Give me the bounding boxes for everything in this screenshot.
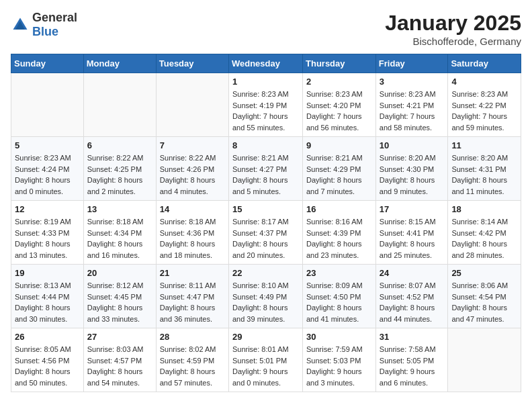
day-number: 12 bbox=[15, 204, 80, 214]
day-number: 28 bbox=[160, 332, 225, 342]
day-info: Sunrise: 8:23 AM Sunset: 4:24 PM Dayligh… bbox=[15, 152, 80, 197]
day-info: Sunrise: 7:59 AM Sunset: 5:03 PM Dayligh… bbox=[306, 344, 372, 388]
day-number: 3 bbox=[380, 77, 445, 87]
calendar-cell: 24Sunrise: 8:07 AM Sunset: 4:52 PM Dayli… bbox=[375, 265, 448, 328]
day-number: 27 bbox=[87, 332, 152, 342]
weekday-header-tuesday: Tuesday bbox=[156, 54, 228, 73]
day-info: Sunrise: 8:09 AM Sunset: 4:50 PM Dayligh… bbox=[306, 280, 372, 324]
day-info: Sunrise: 8:16 AM Sunset: 4:39 PM Dayligh… bbox=[306, 216, 372, 261]
day-number: 20 bbox=[87, 268, 152, 278]
calendar-cell: 6Sunrise: 8:22 AM Sunset: 4:25 PM Daylig… bbox=[83, 137, 156, 201]
calendar-cell: 7Sunrise: 8:22 AM Sunset: 4:26 PM Daylig… bbox=[156, 137, 228, 201]
calendar-week-row: 26Sunrise: 8:05 AM Sunset: 4:56 PM Dayli… bbox=[11, 328, 521, 392]
day-info: Sunrise: 8:22 AM Sunset: 4:26 PM Dayligh… bbox=[160, 152, 225, 197]
day-number: 16 bbox=[306, 204, 372, 214]
day-info: Sunrise: 8:03 AM Sunset: 4:57 PM Dayligh… bbox=[87, 344, 152, 388]
calendar-cell: 8Sunrise: 8:21 AM Sunset: 4:27 PM Daylig… bbox=[228, 137, 302, 201]
day-info: Sunrise: 8:07 AM Sunset: 4:52 PM Dayligh… bbox=[380, 280, 445, 324]
weekday-header-wednesday: Wednesday bbox=[228, 54, 302, 73]
calendar-cell: 31Sunrise: 7:58 AM Sunset: 5:05 PM Dayli… bbox=[375, 328, 448, 392]
day-info: Sunrise: 8:15 AM Sunset: 4:41 PM Dayligh… bbox=[380, 216, 445, 261]
day-info: Sunrise: 8:20 AM Sunset: 4:30 PM Dayligh… bbox=[380, 152, 445, 197]
calendar-cell: 1Sunrise: 8:23 AM Sunset: 4:19 PM Daylig… bbox=[228, 73, 302, 137]
logo-icon bbox=[11, 15, 30, 34]
weekday-header-sunday: Sunday bbox=[11, 54, 84, 73]
day-info: Sunrise: 8:23 AM Sunset: 4:21 PM Dayligh… bbox=[380, 89, 445, 133]
day-info: Sunrise: 8:11 AM Sunset: 4:47 PM Dayligh… bbox=[160, 280, 225, 324]
day-number: 21 bbox=[160, 268, 225, 278]
day-number: 22 bbox=[232, 268, 299, 278]
day-info: Sunrise: 7:58 AM Sunset: 5:05 PM Dayligh… bbox=[380, 344, 445, 388]
calendar-cell: 28Sunrise: 8:02 AM Sunset: 4:59 PM Dayli… bbox=[156, 328, 228, 392]
calendar-cell: 14Sunrise: 8:18 AM Sunset: 4:36 PM Dayli… bbox=[156, 201, 228, 265]
day-number: 23 bbox=[306, 268, 372, 278]
day-number: 6 bbox=[87, 140, 152, 150]
day-number: 19 bbox=[15, 268, 80, 278]
calendar-cell bbox=[448, 328, 521, 392]
calendar-cell: 30Sunrise: 7:59 AM Sunset: 5:03 PM Dayli… bbox=[303, 328, 376, 392]
calendar-cell: 11Sunrise: 8:20 AM Sunset: 4:31 PM Dayli… bbox=[448, 137, 521, 201]
weekday-header-thursday: Thursday bbox=[303, 54, 376, 73]
calendar-cell bbox=[11, 73, 84, 137]
day-info: Sunrise: 8:05 AM Sunset: 4:56 PM Dayligh… bbox=[15, 344, 80, 388]
calendar-cell: 18Sunrise: 8:14 AM Sunset: 4:42 PM Dayli… bbox=[448, 201, 521, 265]
calendar-week-row: 1Sunrise: 8:23 AM Sunset: 4:19 PM Daylig… bbox=[11, 73, 521, 137]
calendar-cell: 20Sunrise: 8:12 AM Sunset: 4:45 PM Dayli… bbox=[83, 265, 156, 328]
weekday-header-monday: Monday bbox=[83, 54, 156, 73]
calendar-cell: 15Sunrise: 8:17 AM Sunset: 4:37 PM Dayli… bbox=[228, 201, 302, 265]
day-info: Sunrise: 8:06 AM Sunset: 4:54 PM Dayligh… bbox=[451, 280, 517, 324]
calendar-cell: 9Sunrise: 8:21 AM Sunset: 4:29 PM Daylig… bbox=[303, 137, 376, 201]
calendar-cell: 26Sunrise: 8:05 AM Sunset: 4:56 PM Dayli… bbox=[11, 328, 84, 392]
logo-blue: Blue bbox=[32, 25, 58, 38]
day-number: 5 bbox=[15, 140, 80, 150]
calendar-cell bbox=[156, 73, 228, 137]
calendar-week-row: 12Sunrise: 8:19 AM Sunset: 4:33 PM Dayli… bbox=[11, 201, 521, 265]
day-info: Sunrise: 8:20 AM Sunset: 4:31 PM Dayligh… bbox=[451, 152, 517, 197]
logo-text: General Blue bbox=[32, 11, 77, 39]
day-info: Sunrise: 8:21 AM Sunset: 4:29 PM Dayligh… bbox=[306, 152, 372, 197]
day-number: 10 bbox=[380, 140, 445, 150]
day-info: Sunrise: 8:19 AM Sunset: 4:33 PM Dayligh… bbox=[15, 216, 80, 261]
day-number: 1 bbox=[232, 77, 299, 87]
calendar-cell: 13Sunrise: 8:18 AM Sunset: 4:34 PM Dayli… bbox=[83, 201, 156, 265]
day-info: Sunrise: 8:10 AM Sunset: 4:49 PM Dayligh… bbox=[232, 280, 299, 324]
calendar-cell: 22Sunrise: 8:10 AM Sunset: 4:49 PM Dayli… bbox=[228, 265, 302, 328]
calendar-cell: 17Sunrise: 8:15 AM Sunset: 4:41 PM Dayli… bbox=[375, 201, 448, 265]
calendar-cell: 16Sunrise: 8:16 AM Sunset: 4:39 PM Dayli… bbox=[303, 201, 376, 265]
page-header: General Blue January 2025 Bischofferode,… bbox=[11, 11, 521, 47]
calendar-cell: 12Sunrise: 8:19 AM Sunset: 4:33 PM Dayli… bbox=[11, 201, 84, 265]
calendar-cell: 4Sunrise: 8:23 AM Sunset: 4:22 PM Daylig… bbox=[448, 73, 521, 137]
day-number: 4 bbox=[451, 77, 517, 87]
title-section: January 2025 Bischofferode, Germany bbox=[385, 11, 521, 47]
logo: General Blue bbox=[11, 11, 77, 39]
day-number: 25 bbox=[451, 268, 517, 278]
day-info: Sunrise: 8:13 AM Sunset: 4:44 PM Dayligh… bbox=[15, 280, 80, 324]
weekday-header-row: SundayMondayTuesdayWednesdayThursdayFrid… bbox=[11, 54, 521, 73]
day-number: 13 bbox=[87, 204, 152, 214]
day-info: Sunrise: 8:21 AM Sunset: 4:27 PM Dayligh… bbox=[232, 152, 299, 197]
day-info: Sunrise: 8:22 AM Sunset: 4:25 PM Dayligh… bbox=[87, 152, 152, 197]
day-number: 26 bbox=[15, 332, 80, 342]
calendar-cell: 3Sunrise: 8:23 AM Sunset: 4:21 PM Daylig… bbox=[375, 73, 448, 137]
day-number: 14 bbox=[160, 204, 225, 214]
calendar-week-row: 5Sunrise: 8:23 AM Sunset: 4:24 PM Daylig… bbox=[11, 137, 521, 201]
day-info: Sunrise: 8:18 AM Sunset: 4:34 PM Dayligh… bbox=[87, 216, 152, 261]
day-number: 11 bbox=[451, 140, 517, 150]
calendar-cell: 27Sunrise: 8:03 AM Sunset: 4:57 PM Dayli… bbox=[83, 328, 156, 392]
calendar-week-row: 19Sunrise: 8:13 AM Sunset: 4:44 PM Dayli… bbox=[11, 265, 521, 328]
calendar-cell: 25Sunrise: 8:06 AM Sunset: 4:54 PM Dayli… bbox=[448, 265, 521, 328]
day-info: Sunrise: 8:14 AM Sunset: 4:42 PM Dayligh… bbox=[451, 216, 517, 261]
calendar-table: SundayMondayTuesdayWednesdayThursdayFrid… bbox=[11, 54, 521, 392]
calendar-cell: 19Sunrise: 8:13 AM Sunset: 4:44 PM Dayli… bbox=[11, 265, 84, 328]
day-info: Sunrise: 8:12 AM Sunset: 4:45 PM Dayligh… bbox=[87, 280, 152, 324]
day-info: Sunrise: 8:23 AM Sunset: 4:19 PM Dayligh… bbox=[232, 89, 299, 133]
day-number: 18 bbox=[451, 204, 517, 214]
day-info: Sunrise: 8:18 AM Sunset: 4:36 PM Dayligh… bbox=[160, 216, 225, 261]
day-info: Sunrise: 8:01 AM Sunset: 5:01 PM Dayligh… bbox=[232, 344, 299, 388]
calendar-cell: 2Sunrise: 8:23 AM Sunset: 4:20 PM Daylig… bbox=[303, 73, 376, 137]
day-number: 24 bbox=[380, 268, 445, 278]
calendar-cell: 29Sunrise: 8:01 AM Sunset: 5:01 PM Dayli… bbox=[228, 328, 302, 392]
day-info: Sunrise: 8:23 AM Sunset: 4:22 PM Dayligh… bbox=[451, 89, 517, 133]
weekday-header-saturday: Saturday bbox=[448, 54, 521, 73]
calendar-cell bbox=[83, 73, 156, 137]
